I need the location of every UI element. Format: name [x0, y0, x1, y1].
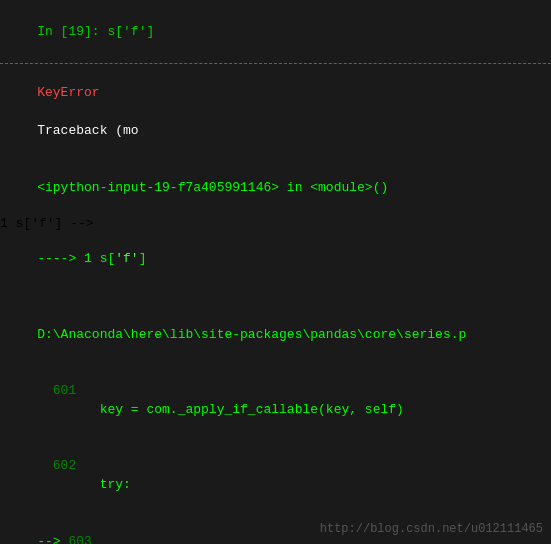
series-path-text: D:\Anaconda\here\lib\site-packages\panda… — [37, 327, 466, 342]
code-601: key = com._apply_if_callable(key, self) — [37, 402, 404, 417]
in19-prompt: In [19]: s['f'] — [37, 24, 154, 39]
error-separator — [0, 63, 551, 64]
watermark: http://blog.csdn.net/u012111465 — [320, 522, 543, 536]
arrow-source: ----> 1 s[ — [37, 251, 115, 266]
arrow-source-close: ] — [139, 251, 147, 266]
linenum-603: 603 — [68, 534, 91, 544]
ipython-path: <ipython-input-19-f7a405991146> in <modu… — [37, 180, 388, 195]
in19-line: In [19]: s['f'] — [0, 4, 551, 61]
arrow-603: --> — [37, 534, 68, 544]
traceback-spacer — [37, 104, 318, 119]
linenum-602: 602 — [37, 458, 76, 473]
terminal-window: In [19]: s['f'] KeyError Traceback (mo <… — [0, 0, 551, 544]
code-line-602: 602 try: — [0, 439, 551, 514]
keyerror-label: KeyError — [37, 85, 99, 100]
blank-line-1 — [0, 288, 551, 307]
code-line-601: 601 key = com._apply_if_callable(key, se… — [0, 363, 551, 438]
code-602: try: — [37, 477, 131, 492]
arrow-source-line: ----> 1 s['f'] — [0, 231, 551, 288]
ipython-input-line: <ipython-input-19-f7a405991146> in <modu… — [0, 160, 551, 217]
arrow-source-key: 'f' — [115, 251, 138, 266]
traceback-label: Traceback (mo — [37, 123, 138, 138]
pandas-series-path: D:\Anaconda\here\lib\site-packages\panda… — [0, 307, 551, 364]
error-header-line: KeyError Traceback (mo — [0, 66, 551, 160]
linenum-601: 601 — [37, 383, 76, 398]
